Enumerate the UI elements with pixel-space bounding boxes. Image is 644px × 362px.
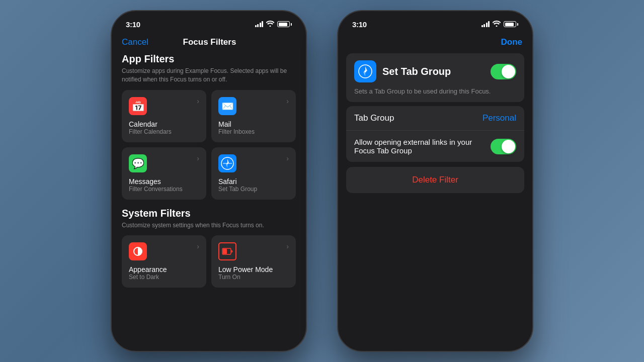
screen-1-content: Cancel Focus Filters App Filters Customi…	[112, 33, 306, 351]
chevron-icon: ›	[197, 154, 199, 162]
chevron-icon: ›	[286, 97, 289, 105]
app-name-calendar: Calendar	[129, 120, 199, 128]
wifi-icon-2	[493, 21, 501, 28]
chevron-icon: ›	[286, 154, 289, 162]
app-filters-title: App Filters	[122, 53, 296, 65]
app-filters-grid: 📅 › Calendar Filter Calendars ✉️ › Mail …	[122, 90, 296, 200]
done-button[interactable]: Done	[501, 37, 523, 47]
battery-icon-2	[504, 21, 518, 27]
phone-2: 3:10 Done	[337, 10, 533, 352]
system-filters-desc: Customize system settings when this Focu…	[122, 221, 296, 230]
tab-group-value: Personal	[482, 113, 516, 123]
app-cell-calendar[interactable]: 📅 › Calendar Filter Calendars	[122, 90, 206, 142]
app-cell-mail[interactable]: ✉️ › Mail Filter Inboxes	[211, 90, 296, 142]
app-sub-safari: Set Tab Group	[218, 186, 289, 193]
nav-bar-1: Cancel Focus Filters	[122, 33, 296, 53]
set-tab-group-desc: Sets a Tab Group to be used during this …	[354, 87, 516, 95]
phone-1: 3:10 Cancel Focus	[111, 10, 307, 352]
app-name-appearance: Appearance	[129, 265, 199, 274]
app-sub-appearance: Set to Dark	[129, 274, 199, 281]
chevron-icon: ›	[197, 242, 199, 250]
signal-icon	[255, 21, 264, 27]
safari-icon	[218, 154, 236, 172]
detail-screen-content: Done Set Tab Group	[338, 33, 532, 351]
app-sub-mail: Filter Inboxes	[218, 128, 289, 135]
system-filters-title: System Filters	[122, 208, 296, 219]
tab-group-row[interactable]: Tab Group Personal	[346, 106, 524, 130]
external-links-toggle[interactable]	[491, 139, 516, 154]
app-filters-section: App Filters Customize apps during Exampl…	[122, 53, 296, 84]
app-sub-messages: Filter Conversations	[129, 186, 199, 193]
detail-content: Set Tab Group Sets a Tab Group to be use…	[338, 53, 532, 193]
svg-rect-8	[223, 249, 227, 254]
battery-icon	[277, 21, 292, 27]
tab-group-label: Tab Group	[354, 113, 394, 123]
status-time-2: 3:10	[352, 20, 367, 29]
settings-group: Tab Group Personal Allow opening externa…	[346, 106, 524, 162]
lowpower-icon	[218, 242, 236, 260]
set-tab-group-toggle[interactable]	[491, 64, 516, 79]
toggle-header: Set Tab Group	[354, 60, 516, 82]
app-name-lowpower: Low Power Mode	[218, 265, 289, 274]
app-sub-lowpower: Turn On	[218, 274, 289, 281]
mail-icon: ✉️	[218, 97, 236, 115]
appearance-icon	[129, 242, 147, 260]
external-links-row[interactable]: Allow opening external links in your Foc…	[346, 130, 524, 162]
app-sub-calendar: Filter Calendars	[129, 128, 199, 135]
signal-icon-2	[481, 21, 490, 27]
system-filters-grid: › Appearance Set to Dark › Low Power Mod	[122, 235, 296, 288]
detail-nav: Done	[338, 33, 532, 53]
svg-marker-3	[226, 163, 227, 168]
delete-filter-label: Delete Filter	[412, 175, 458, 185]
app-filters-desc: Customize apps during Example Focus. Sel…	[122, 67, 296, 84]
app-name-messages: Messages	[129, 177, 199, 186]
status-icons-2	[481, 21, 519, 28]
app-name-mail: Mail	[218, 120, 289, 128]
app-cell-lowpower[interactable]: › Low Power Mode Turn On	[211, 235, 296, 288]
chevron-icon: ›	[286, 242, 289, 250]
svg-marker-2	[227, 159, 229, 163]
svg-marker-11	[365, 66, 367, 71]
svg-marker-12	[363, 71, 365, 76]
set-tab-group-label: Set Tab Group	[382, 66, 485, 77]
screen-title-1: Focus Filters	[183, 37, 236, 47]
status-bar-1: 3:10	[112, 11, 306, 33]
delete-filter-button[interactable]: Delete Filter	[346, 167, 524, 193]
app-cell-messages[interactable]: 💬 › Messages Filter Conversations	[122, 147, 206, 200]
safari-app-icon	[354, 60, 376, 82]
set-tab-group-toggle-row: Set Tab Group Sets a Tab Group to be use…	[346, 53, 524, 102]
calendar-icon: 📅	[129, 97, 147, 115]
system-filters-section: System Filters Customize system settings…	[122, 208, 296, 230]
cancel-button[interactable]: Cancel	[122, 37, 148, 47]
app-cell-appearance[interactable]: › Appearance Set to Dark	[122, 235, 206, 288]
status-icons-1	[255, 21, 292, 28]
wifi-icon	[266, 21, 274, 28]
external-links-label: Allow opening external links in your Foc…	[354, 138, 491, 155]
messages-icon: 💬	[129, 154, 147, 172]
app-name-safari: Safari	[218, 177, 289, 186]
app-cell-safari[interactable]: › Safari Set Tab Group	[211, 147, 296, 200]
status-time-1: 3:10	[126, 20, 140, 29]
status-bar-2: 3:10	[338, 11, 532, 33]
chevron-icon: ›	[197, 97, 199, 105]
